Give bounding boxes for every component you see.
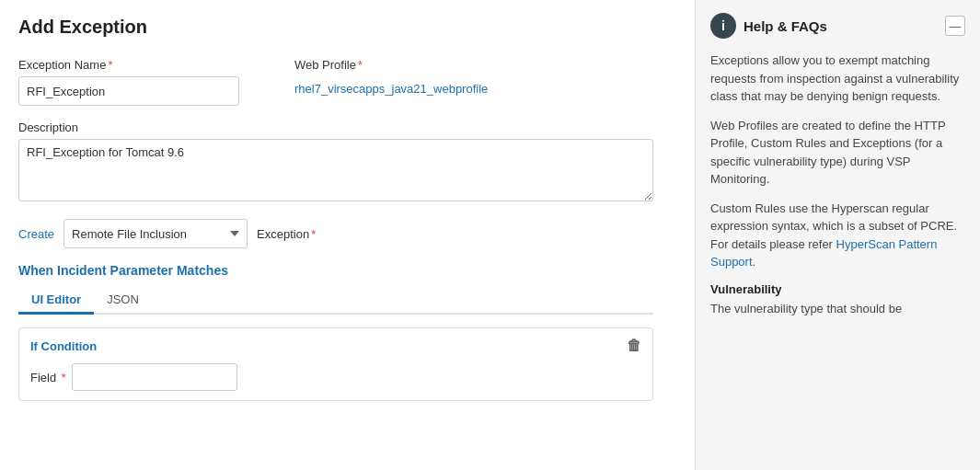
- web-profile-label: Web Profile*: [294, 58, 488, 72]
- description-textarea[interactable]: RFI_Exception for Tomcat 9.6: [18, 139, 653, 201]
- when-incident-section: When Incident Parameter Matches UI Edito…: [18, 263, 676, 401]
- if-condition-title: If Condition: [30, 339, 97, 353]
- description-section: Description RFI_Exception for Tomcat 9.6: [18, 120, 676, 204]
- field-label: Field *: [30, 371, 66, 384]
- exception-name-label: Exception Name*: [18, 58, 239, 72]
- description-label: Description: [18, 120, 676, 134]
- help-minimize-button[interactable]: —: [945, 16, 965, 36]
- help-header: i Help & FAQs —: [710, 13, 965, 39]
- required-star-webprofile: *: [358, 58, 363, 72]
- when-incident-title: When Incident Parameter Matches: [18, 263, 676, 278]
- help-text-2: Web Profiles are created to define the H…: [710, 117, 965, 189]
- create-row: Create Remote File Inclusion SQL Injecti…: [18, 219, 676, 248]
- page-title: Add Exception: [18, 17, 676, 38]
- help-panel: i Help & FAQs — Exceptions allow you to …: [695, 0, 980, 470]
- help-text-1: Exceptions allow you to exempt matching …: [710, 52, 965, 106]
- create-label: Create: [18, 227, 54, 241]
- if-condition-header: If Condition 🗑: [30, 338, 641, 354]
- name-profile-row: Exception Name* Web Profile* rhel7_virse…: [18, 58, 676, 106]
- tab-json[interactable]: JSON: [94, 287, 152, 315]
- help-title: Help & FAQs: [744, 18, 827, 34]
- condition-box: If Condition 🗑 Field *: [18, 327, 653, 401]
- exception-type-label: Exception*: [257, 227, 316, 241]
- exception-name-field: Exception Name*: [18, 58, 239, 106]
- required-star-exception: *: [311, 227, 316, 241]
- help-text-3: Custom Rules use the Hyperscan regular e…: [710, 200, 965, 271]
- required-star-field: *: [62, 371, 66, 384]
- tabs-bar: UI Editor JSON: [18, 287, 653, 315]
- web-profile-field: Web Profile* rhel7_virsecapps_java21_web…: [294, 58, 488, 96]
- create-type-select[interactable]: Remote File Inclusion SQL Injection XSS …: [63, 219, 248, 248]
- main-content: Add Exception Exception Name* Web Profil…: [0, 0, 695, 470]
- help-title-row: i Help & FAQs: [710, 13, 827, 39]
- help-info-icon: i: [710, 13, 736, 39]
- web-profile-link[interactable]: rhel7_virsecapps_java21_webprofile: [294, 82, 488, 96]
- vulnerability-section-title: Vulnerability: [710, 282, 965, 296]
- exception-name-input[interactable]: [18, 76, 239, 106]
- delete-condition-icon[interactable]: 🗑: [627, 338, 641, 354]
- hyperscan-link[interactable]: HyperScan Pattern Support: [710, 237, 937, 269]
- field-row: Field *: [30, 363, 641, 391]
- field-input[interactable]: [72, 363, 237, 391]
- required-star: *: [108, 58, 112, 72]
- vulnerability-text: The vulnerability type that should be: [710, 300, 965, 318]
- tab-ui-editor[interactable]: UI Editor: [18, 287, 94, 315]
